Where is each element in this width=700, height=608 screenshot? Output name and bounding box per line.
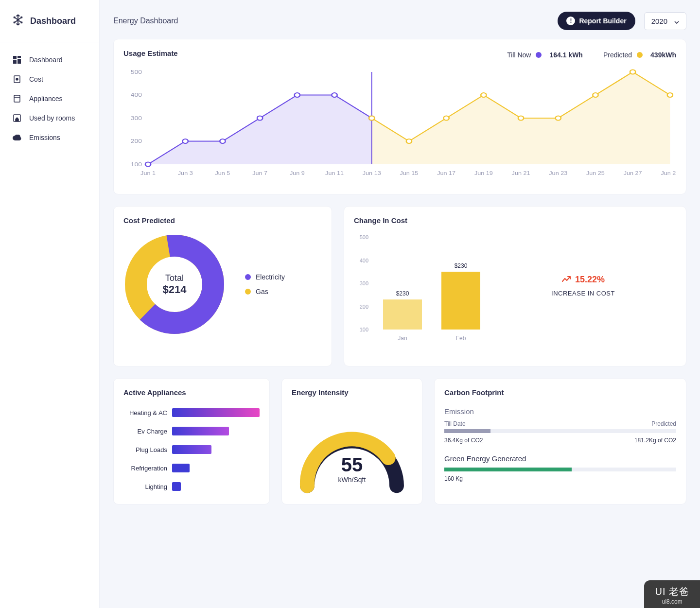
nav-label: Appliances bbox=[29, 95, 63, 103]
change-text: INCREASE IN COST bbox=[490, 290, 676, 297]
chevron-down-icon bbox=[674, 17, 679, 25]
nav-label: Cost bbox=[29, 75, 43, 83]
dot-icon bbox=[245, 274, 251, 280]
svg-text:300: 300 bbox=[131, 115, 142, 121]
legend-item: Electricity bbox=[245, 273, 285, 281]
top-actions: ! Report Builder 2020 bbox=[558, 12, 686, 30]
emission-progress bbox=[444, 429, 676, 433]
svg-text:Feb: Feb bbox=[456, 335, 466, 342]
usage-title: Usage Estimate bbox=[123, 49, 178, 57]
report-builder-button[interactable]: ! Report Builder bbox=[558, 12, 635, 30]
svg-text:200: 200 bbox=[360, 304, 368, 310]
svg-text:Jun 5: Jun 5 bbox=[215, 171, 230, 176]
dot-icon bbox=[245, 289, 251, 295]
svg-rect-56 bbox=[441, 272, 480, 330]
svg-text:500: 500 bbox=[360, 234, 368, 240]
svg-point-42 bbox=[556, 116, 561, 121]
sidebar-item-cost[interactable]: Cost bbox=[5, 70, 94, 88]
svg-rect-6 bbox=[14, 95, 20, 102]
rooms-icon bbox=[13, 114, 21, 122]
svg-point-45 bbox=[667, 93, 673, 97]
dashboard-icon bbox=[13, 56, 21, 64]
usage-legend: Till Now 164.1 kWh Predicted 439kWh bbox=[507, 51, 676, 59]
sidebar-item-dashboard[interactable]: Dashboard bbox=[5, 51, 94, 69]
active-appliances-card: Active Appliances Heating & ACEv ChargeP… bbox=[113, 378, 270, 504]
usage-chart: 100200300400500Jun 1Jun 3Jun 5Jun 7Jun 9… bbox=[123, 67, 676, 179]
svg-point-41 bbox=[518, 116, 524, 121]
svg-text:Jun 29: Jun 29 bbox=[661, 171, 676, 176]
svg-rect-53 bbox=[383, 299, 422, 330]
cost-total-label: Total bbox=[165, 273, 184, 283]
change-bar-chart: 100200300400500$230Jan$230Feb bbox=[354, 227, 490, 344]
svg-point-31 bbox=[183, 139, 188, 143]
appliance-row: Plug Loads bbox=[123, 445, 260, 454]
intensity-value: 55 bbox=[338, 454, 366, 476]
svg-text:Jun 11: Jun 11 bbox=[325, 171, 344, 176]
appliance-row: Ev Charge bbox=[123, 427, 260, 435]
cost-icon bbox=[13, 75, 21, 83]
svg-point-39 bbox=[443, 116, 449, 121]
brand-title: Dashboard bbox=[30, 16, 76, 26]
svg-point-32 bbox=[220, 139, 225, 143]
svg-text:Jun 1: Jun 1 bbox=[140, 171, 156, 176]
change-title: Change In Cost bbox=[354, 216, 676, 225]
appliances-chart: Heating & ACEv ChargePlug LoadsRefrigera… bbox=[123, 408, 260, 491]
svg-text:400: 400 bbox=[131, 92, 142, 98]
dot-icon bbox=[536, 52, 542, 58]
svg-text:500: 500 bbox=[131, 69, 142, 75]
svg-rect-0 bbox=[13, 56, 17, 59]
appliance-row: Heating & AC bbox=[123, 408, 260, 417]
svg-text:400: 400 bbox=[360, 258, 368, 263]
year-value: 2020 bbox=[651, 17, 667, 25]
svg-text:200: 200 bbox=[131, 139, 142, 144]
alert-icon: ! bbox=[566, 17, 575, 25]
svg-text:Jun 23: Jun 23 bbox=[549, 171, 567, 176]
sidebar-item-emissions[interactable]: Emissions bbox=[5, 129, 94, 146]
svg-text:Jun 21: Jun 21 bbox=[512, 171, 530, 176]
energy-intensity-card: Energy Intensity 55 kWh/Sqft bbox=[281, 378, 422, 504]
cost-legend: ElectricityGas bbox=[245, 273, 285, 295]
svg-point-37 bbox=[369, 116, 374, 121]
svg-text:Jun 17: Jun 17 bbox=[437, 171, 455, 176]
usage-estimate-card: Usage Estimate Till Now 164.1 kWh Predic… bbox=[113, 39, 686, 194]
svg-text:Jun 13: Jun 13 bbox=[363, 171, 381, 176]
nav-list: DashboardCostAppliancesUsed by roomsEmis… bbox=[0, 42, 99, 155]
green-energy-section: Green Energy Generated 160 Kg bbox=[444, 454, 676, 482]
svg-point-43 bbox=[593, 93, 598, 97]
nav-label: Emissions bbox=[29, 134, 60, 141]
svg-point-5 bbox=[16, 78, 18, 80]
page-title: Energy Dashboard bbox=[113, 17, 178, 25]
dot-icon bbox=[637, 52, 643, 58]
svg-text:Jun 15: Jun 15 bbox=[400, 171, 419, 176]
change-percentage: 15.22% bbox=[490, 275, 676, 285]
year-select[interactable]: 2020 bbox=[644, 12, 686, 30]
legend-item: Gas bbox=[245, 288, 285, 295]
cost-title: Cost Predicted bbox=[123, 216, 322, 225]
intensity-unit: kWh/Sqft bbox=[338, 476, 366, 484]
gauge-chart: 55 kWh/Sqft bbox=[292, 400, 412, 494]
svg-point-40 bbox=[481, 93, 486, 97]
svg-text:Jun 19: Jun 19 bbox=[474, 171, 493, 176]
green-progress bbox=[444, 468, 676, 471]
change-in-cost-card: Change In Cost 100200300400500$230Jan$23… bbox=[344, 206, 686, 366]
sidebar: Dashboard DashboardCostAppliancesUsed by… bbox=[0, 0, 100, 608]
svg-point-35 bbox=[332, 93, 337, 97]
svg-text:$230: $230 bbox=[455, 262, 468, 269]
appliance-row: Lighting bbox=[123, 482, 260, 491]
svg-point-44 bbox=[630, 70, 635, 74]
svg-rect-2 bbox=[18, 59, 21, 64]
report-builder-label: Report Builder bbox=[579, 17, 626, 25]
nav-label: Used by rooms bbox=[29, 114, 75, 122]
svg-text:Jun 3: Jun 3 bbox=[178, 171, 193, 176]
watermark: UI 老爸 ui8.com bbox=[644, 580, 700, 608]
svg-text:Jan: Jan bbox=[398, 335, 407, 342]
appliances-title: Active Appliances bbox=[123, 388, 260, 397]
emissions-icon bbox=[13, 135, 21, 140]
topbar: Energy Dashboard ! Report Builder 2020 bbox=[113, 12, 686, 30]
svg-text:Jun 27: Jun 27 bbox=[624, 171, 642, 176]
svg-rect-3 bbox=[13, 60, 17, 64]
svg-rect-1 bbox=[18, 56, 21, 58]
sidebar-item-rooms[interactable]: Used by rooms bbox=[5, 109, 94, 127]
intensity-title: Energy Intensity bbox=[292, 388, 412, 397]
sidebar-item-appliances[interactable]: Appliances bbox=[5, 90, 94, 107]
